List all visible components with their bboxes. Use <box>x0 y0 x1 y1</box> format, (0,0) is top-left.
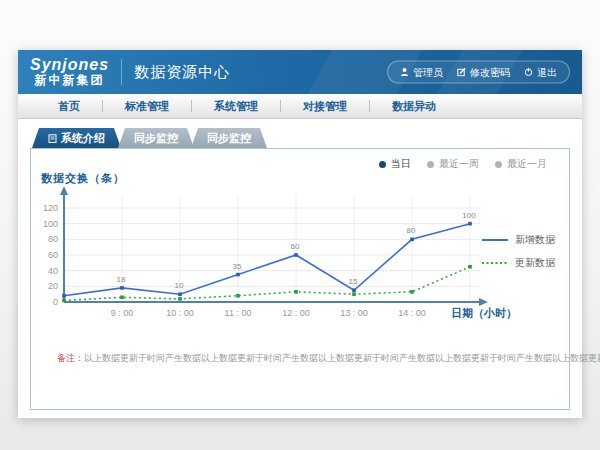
data-point-marker <box>236 273 240 277</box>
data-point-marker <box>120 296 124 300</box>
note-text: 以上数据更新于时间产生数据以上数据更新于时间产生数据以上数据更新于时间产生数据以… <box>84 353 600 363</box>
svg-text:9 : 00: 9 : 00 <box>111 308 134 318</box>
data-point-marker <box>120 286 124 290</box>
svg-text:12 : 00: 12 : 00 <box>282 308 310 318</box>
chart-grid <box>65 195 481 301</box>
app-header: Synjones 新中新集团 数据资源中心 管理员修改密码退出 <box>18 50 582 94</box>
app-window: Synjones 新中新集团 数据资源中心 管理员修改密码退出 首页标准管理系统… <box>18 50 582 418</box>
content-area: 系统介绍同步监控同步监控 当日最近一周最近一月 数据交换（条） 02040608… <box>18 128 582 410</box>
data-point-marker <box>178 297 182 301</box>
svg-text:20: 20 <box>48 281 58 291</box>
svg-text:100: 100 <box>43 219 58 229</box>
legend-line-sample-icon <box>482 236 508 244</box>
edit-icon <box>457 68 466 77</box>
data-point-label: 10 <box>175 281 184 290</box>
header-divider <box>121 59 122 85</box>
tab-label: 同步监控 <box>134 131 178 146</box>
nav-item-对接管理[interactable]: 对接管理 <box>281 99 369 114</box>
data-point-label: 18 <box>117 275 126 284</box>
data-point-marker <box>62 299 66 303</box>
line-chart: 0204060801001209 : 0010 : 0011 : 0012 : … <box>31 149 569 409</box>
tab-bar: 系统介绍同步监控同步监控 <box>32 128 582 148</box>
tab-系统介绍-0[interactable]: 系统介绍 <box>32 128 121 148</box>
chart-legend: 新增数据更新数据 <box>482 233 555 270</box>
legend-label: 新增数据 <box>515 233 555 247</box>
nav-item-系统管理[interactable]: 系统管理 <box>192 99 280 114</box>
svg-text:13 : 00: 13 : 00 <box>340 308 368 318</box>
data-point-marker <box>294 290 298 294</box>
logo: Synjones 新中新集团 <box>30 57 109 86</box>
content-panel: 当日最近一周最近一月 数据交换（条） 0204060801001209 : 00… <box>30 148 570 410</box>
y-axis-arrow-icon <box>60 186 68 195</box>
svg-text:40: 40 <box>48 266 58 276</box>
data-point-label: 100 <box>462 211 476 220</box>
data-point-marker <box>352 292 356 296</box>
page-background: Synjones 新中新集团 数据资源中心 管理员修改密码退出 首页标准管理系统… <box>0 0 600 450</box>
logo-text-en: Synjones <box>30 57 109 74</box>
data-point-label: 80 <box>407 226 416 235</box>
legend-item-新增数据: 新增数据 <box>482 233 555 247</box>
tab-同步监控-2[interactable]: 同步监控 <box>191 128 267 148</box>
tab-label: 系统介绍 <box>61 131 105 146</box>
data-point-marker <box>468 222 472 226</box>
user-icon <box>400 68 409 77</box>
user-menu-管理员[interactable]: 管理员 <box>400 65 443 79</box>
data-point-marker <box>468 265 472 269</box>
data-point-marker <box>294 253 298 257</box>
x-axis-arrow-icon <box>479 298 488 306</box>
data-point-label: 35 <box>233 262 242 271</box>
power-icon <box>524 68 533 77</box>
data-point-label: 60 <box>291 242 300 251</box>
svg-text:14 : 00: 14 : 00 <box>398 308 426 318</box>
logo-text-cn: 新中新集团 <box>35 74 105 87</box>
chart-tick-labels: 0204060801001209 : 0010 : 0011 : 0012 : … <box>43 203 426 318</box>
user-menu-label: 退出 <box>537 65 557 79</box>
svg-text:120: 120 <box>43 203 58 213</box>
svg-text:80: 80 <box>48 234 58 244</box>
chart-x-axis-title: 日期（小时） <box>451 307 517 320</box>
data-point-marker <box>62 294 66 298</box>
legend-line-sample-icon <box>482 259 508 267</box>
legend-item-更新数据: 更新数据 <box>482 256 555 270</box>
user-menu-label: 管理员 <box>413 65 443 79</box>
user-menu-修改密码[interactable]: 修改密码 <box>457 65 510 79</box>
note-label: 备注： <box>57 353 84 363</box>
nav-item-首页[interactable]: 首页 <box>36 99 102 114</box>
user-menu-退出[interactable]: 退出 <box>524 65 557 79</box>
legend-label: 更新数据 <box>515 256 555 270</box>
page-title: 数据资源中心 <box>134 63 230 82</box>
data-point-marker <box>236 294 240 298</box>
footer-note: 备注：以上数据更新于时间产生数据以上数据更新于时间产生数据以上数据更新于时间产生… <box>57 352 600 365</box>
data-point-marker <box>410 238 414 242</box>
document-icon <box>48 134 57 143</box>
svg-text:0: 0 <box>53 297 58 307</box>
svg-text:60: 60 <box>48 250 58 260</box>
data-point-marker <box>410 290 414 294</box>
nav-item-标准管理[interactable]: 标准管理 <box>103 99 191 114</box>
user-menu-label: 修改密码 <box>470 65 510 79</box>
data-point-marker <box>178 292 182 296</box>
data-point-marker <box>352 288 356 292</box>
user-menu: 管理员修改密码退出 <box>387 61 570 84</box>
svg-text:10 : 00: 10 : 00 <box>166 308 194 318</box>
tab-同步监控-1[interactable]: 同步监控 <box>118 128 194 148</box>
svg-text:11 : 00: 11 : 00 <box>225 308 252 318</box>
nav-item-数据异动[interactable]: 数据异动 <box>370 99 458 114</box>
tab-label: 同步监控 <box>207 131 251 146</box>
main-nav: 首页标准管理系统管理对接管理数据异动 <box>18 94 582 119</box>
data-point-label: 15 <box>349 277 358 286</box>
